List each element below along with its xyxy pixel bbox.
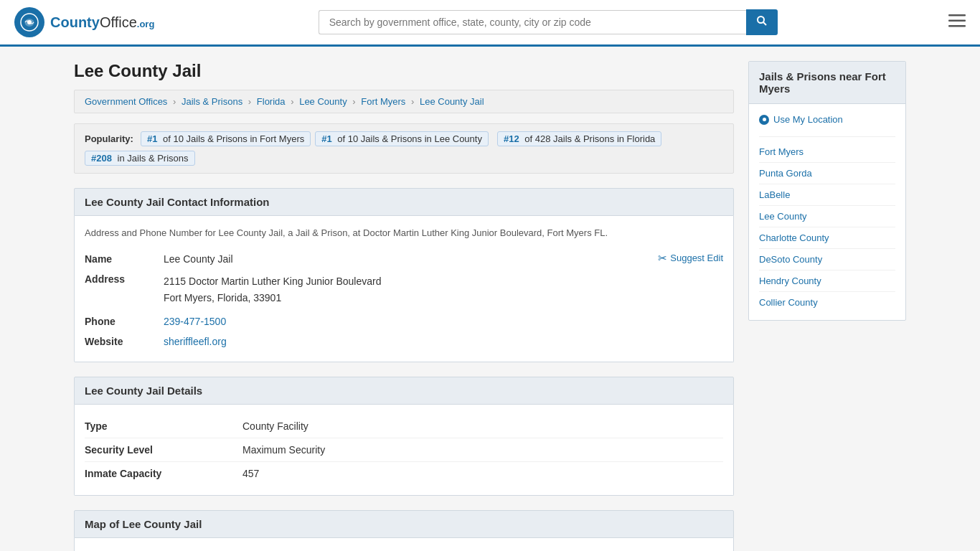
capacity-label: Inmate Capacity (85, 468, 242, 479)
breadcrumb-florida[interactable]: Florida (257, 96, 286, 107)
website-label: Website (85, 336, 164, 347)
search-input[interactable] (319, 10, 746, 34)
breadcrumb-lee-county[interactable]: Lee County (299, 96, 347, 107)
popularity-badge-2: #1 of 10 Jails & Prisons in Lee County (315, 131, 489, 146)
security-value: Maximum Security (242, 444, 325, 456)
phone-link[interactable]: 239-477-1500 (164, 316, 226, 327)
contact-address-row: Address 2115 Doctor Martin Luther King J… (85, 269, 723, 312)
popularity-badge-3: #12 of 428 Jails & Prisons in Florida (497, 131, 661, 146)
type-value: County Facility (242, 420, 308, 432)
name-value: Lee County Jail (164, 253, 723, 265)
sidebar-link-charlotte-county[interactable]: Charlotte County (759, 227, 895, 249)
breadcrumb-fort-myers[interactable]: Fort Myers (361, 96, 405, 107)
contact-name-row: Name Lee County Jail ✂ Suggest Edit (85, 249, 723, 269)
site-header: CountyOffice.org (0, 0, 980, 47)
sidebar-card-body: Use My Location Fort Myers Punta Gorda L… (749, 104, 905, 320)
phone-value: 239-477-1500 (164, 316, 723, 327)
content-area: Lee County Jail Government Offices › Jai… (74, 61, 734, 551)
main-container: Lee County Jail Government Offices › Jai… (60, 61, 920, 551)
name-label: Name (85, 253, 164, 265)
sidebar-link-punta-gorda[interactable]: Punta Gorda (759, 163, 895, 184)
details-security-row: Security Level Maximum Security (85, 438, 723, 462)
sidebar-divider (759, 136, 895, 137)
details-section-body: Type County Facility Security Level Maxi… (74, 405, 734, 496)
map-section-body: View map of Lee County Jail, and get dri… (74, 538, 734, 551)
svg-rect-4 (948, 14, 966, 17)
logo-area: CountyOffice.org (14, 7, 154, 37)
svg-rect-6 (948, 25, 966, 27)
breadcrumb-lee-county-jail[interactable]: Lee County Jail (420, 96, 484, 107)
details-type-row: Type County Facility (85, 415, 723, 438)
address-value: 2115 Doctor Martin Luther King Junior Bo… (164, 273, 723, 308)
sidebar-card: Jails & Prisons near Fort Myers Use My L… (748, 61, 906, 321)
details-section: Lee County Jail Details Type County Faci… (74, 377, 734, 496)
svg-rect-5 (948, 20, 966, 22)
breadcrumb-jails-prisons[interactable]: Jails & Prisons (182, 96, 242, 107)
sidebar-link-fort-myers[interactable]: Fort Myers (759, 141, 895, 163)
contact-section: Lee County Jail Contact Information Addr… (74, 188, 734, 362)
address-label: Address (85, 273, 164, 285)
website-value: sheriffleefl.org (164, 336, 723, 347)
use-my-location-button[interactable]: Use My Location (759, 111, 895, 128)
suggest-edit-button[interactable]: ✂ Suggest Edit (658, 252, 723, 265)
address-line1: 2115 Doctor Martin Luther King Junior Bo… (164, 276, 382, 287)
sidebar-card-header: Jails & Prisons near Fort Myers (749, 62, 905, 104)
contact-phone-row: Phone 239-477-1500 (85, 311, 723, 331)
breadcrumb-government-offices[interactable]: Government Offices (85, 96, 167, 107)
type-label: Type (85, 420, 242, 432)
phone-label: Phone (85, 316, 164, 327)
search-icon (756, 15, 768, 27)
breadcrumb: Government Offices › Jails & Prisons › F… (74, 90, 734, 113)
location-icon (759, 115, 769, 125)
sidebar-link-labelle[interactable]: LaBelle (759, 184, 895, 206)
contact-section-body: Address and Phone Number for Lee County … (74, 216, 734, 362)
sidebar-link-lee-county[interactable]: Lee County (759, 206, 895, 227)
edit-icon: ✂ (658, 252, 667, 265)
search-button[interactable] (746, 9, 778, 35)
popularity-badge-1: #1 of 10 Jails & Prisons in Fort Myers (141, 131, 311, 146)
logo-text: CountyOffice.org (50, 14, 154, 31)
search-area (319, 9, 778, 35)
sidebar: Jails & Prisons near Fort Myers Use My L… (748, 61, 906, 551)
contact-section-header: Lee County Jail Contact Information (74, 188, 734, 216)
details-section-header: Lee County Jail Details (74, 377, 734, 405)
popularity-label: Popularity: (85, 133, 133, 144)
svg-line-3 (763, 22, 766, 25)
page-title: Lee County Jail (74, 61, 734, 81)
map-section-header: Map of Lee County Jail (74, 510, 734, 538)
popularity-badge-4: #208 in Jails & Prisons (85, 151, 195, 166)
sidebar-link-desoto-county[interactable]: DeSoto County (759, 249, 895, 270)
sidebar-link-hendry-county[interactable]: Hendry County (759, 270, 895, 292)
map-description: View map of Lee County Jail, and get dri… (85, 548, 723, 551)
details-capacity-row: Inmate Capacity 457 (85, 462, 723, 485)
security-label: Security Level (85, 444, 242, 456)
address-line2: Fort Myers, Florida, 33901 (164, 292, 281, 303)
sidebar-link-collier-county[interactable]: Collier County (759, 292, 895, 313)
map-section: Map of Lee County Jail View map of Lee C… (74, 510, 734, 551)
svg-point-2 (758, 17, 764, 23)
contact-description: Address and Phone Number for Lee County … (85, 226, 723, 240)
contact-website-row: Website sheriffleefl.org (85, 331, 723, 352)
website-link[interactable]: sheriffleefl.org (164, 336, 227, 347)
popularity-bar: Popularity: #1 of 10 Jails & Prisons in … (74, 123, 734, 174)
capacity-value: 457 (242, 468, 259, 479)
logo-icon (14, 7, 44, 37)
menu-button[interactable] (948, 13, 966, 32)
